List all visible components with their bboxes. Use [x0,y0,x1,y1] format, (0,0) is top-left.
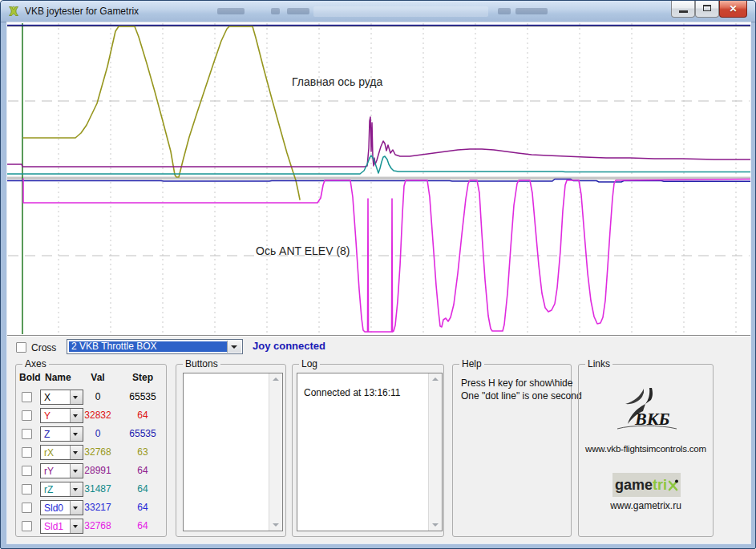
vkb-url-link[interactable]: www.vkb-flightsimcontrols.com [579,444,713,454]
minimize-icon [679,10,688,13]
axis-step: 64 [122,482,164,497]
background-window-ghost [217,8,245,14]
axes-rows: X065535Y3283264Z065535rX3276863rY2899164… [16,365,166,536]
axis-row-rZ: rZ3148764 [16,482,166,498]
axis-name-value: Sld0 [44,503,63,514]
axis-row-Z: Z065535 [16,426,166,442]
close-icon: ✕ [720,2,746,17]
arrow-up-icon [432,377,439,381]
links-group: Links ВКБ www.vkb-flightsimcontrols.com … [578,364,714,537]
chevron-down-icon[interactable] [227,341,241,353]
app-icon [7,5,20,18]
arrow-down-icon [432,523,439,527]
axis-val: 32832 [75,408,120,423]
scroll-down-button[interactable] [429,519,442,531]
bold-checkbox-Sld0[interactable] [22,503,32,513]
series-rY [7,117,750,167]
axes-group: Axes Bold Name Val Step X065535Y3283264Z… [15,364,167,537]
log-entry: Connected at 13:16:11 [304,387,401,398]
axis-step: 64 [122,519,164,534]
axis-step: 63 [122,445,164,460]
titlebar: VKB joytester for Gametrix ✕ [1,1,755,22]
graph-label-ant-elev-axis: Ось ANT ELEV (8) [256,244,350,257]
axis-step: 65535 [122,390,164,405]
background-window-ghost [287,8,309,14]
axis-val: 31487 [75,482,120,497]
axis-name-value: Z [44,429,50,440]
close-button[interactable]: ✕ [719,1,747,18]
background-window-ghost [313,6,488,17]
minimize-button[interactable] [671,1,695,18]
bold-checkbox-Y[interactable] [22,410,32,421]
scrollbar[interactable] [269,373,282,531]
background-window-ghost [271,8,280,14]
links-group-title: Links [585,358,612,369]
log-listbox[interactable]: Connected at 13:16:11 [297,373,443,531]
app-window: VKB joytester for Gametrix ✕ Главная ось… [0,0,756,549]
axis-val: 28991 [75,463,120,478]
bold-checkbox-X[interactable] [22,392,32,402]
buttons-group: Buttons [176,364,286,537]
bold-checkbox-Sld1[interactable] [22,521,32,531]
axis-row-Sld0: Sld03321764 [16,500,166,516]
axis-name-value: rX [44,447,54,458]
axis-row-rY: rY2899164 [16,463,166,479]
axis-row-Sld1: Sld13276864 [16,519,166,535]
gametrix-logo: gametri [612,473,681,497]
axis-name-value: X [44,392,51,403]
bold-checkbox-Z[interactable] [22,429,32,439]
center-band [7,177,750,180]
window-title: VKB joytester for Gametrix [25,6,139,17]
device-select[interactable]: 2 VKB Throttle BOX [67,339,243,354]
help-line: One "dot line" is one second [461,390,582,402]
device-select-value: 2 VKB Throttle BOX [69,341,227,352]
buttons-listbox[interactable] [183,373,283,531]
axis-name-value: rY [44,466,54,477]
cross-checkbox[interactable] [16,342,26,353]
buttons-group-title: Buttons [183,358,220,369]
scroll-up-button[interactable] [429,373,442,386]
cross-label: Cross [31,342,56,353]
axis-val: 32768 [75,445,120,460]
background-window-ghost [498,8,511,14]
maximize-icon [703,5,711,11]
graph-label-main-throttle-axis: Главная ось руда [292,75,382,88]
help-group-title: Help [459,358,484,369]
axis-val: 32768 [75,519,120,534]
bold-checkbox-rY[interactable] [22,466,32,476]
gametrix-logo-x-icon [668,479,678,491]
axes-chart [7,22,750,335]
scroll-down-button[interactable] [269,519,282,531]
gametrix-url-link[interactable]: www.gametrix.ru [579,500,713,511]
axis-step: 65535 [122,426,164,442]
axis-val: 0 [75,390,120,405]
log-group-title: Log [299,358,320,369]
bold-checkbox-rZ[interactable] [22,484,32,495]
arrow-up-icon [273,377,279,381]
axis-name-value: Y [44,410,51,422]
axis-step: 64 [122,463,164,478]
control-panel: Cross 2 VKB Throttle BOX Joy connected A… [7,335,750,543]
axis-val: 33217 [75,500,120,515]
background-window-ghost [515,8,548,14]
scrollbar[interactable] [428,373,442,531]
maximize-button[interactable] [695,1,719,18]
axis-row-X: X065535 [16,390,166,406]
help-line: Press H key for show\hide [461,377,572,389]
scroll-up-button[interactable] [269,373,282,386]
vkb-logo: ВКБ [613,387,681,437]
gametrix-logo-tri: tri [653,477,667,494]
bold-checkbox-rX[interactable] [22,447,32,458]
axis-step: 64 [122,500,164,515]
axis-name-value: rZ [44,484,53,495]
gametrix-logo-game: game [615,477,653,494]
joy-status: Joy connected [253,340,325,352]
arrow-down-icon [273,523,279,527]
axis-row-rX: rX3276863 [16,445,166,461]
log-group: Log Connected at 13:16:11 [292,364,444,537]
axis-row-Y: Y3283264 [16,408,166,424]
help-group: Help Press H key for show\hide One "dot … [452,364,572,537]
graph-area: Главная ось руда Ось ANT ELEV (8) [7,22,750,335]
axis-val: 0 [75,426,120,442]
axis-step: 64 [122,408,164,423]
